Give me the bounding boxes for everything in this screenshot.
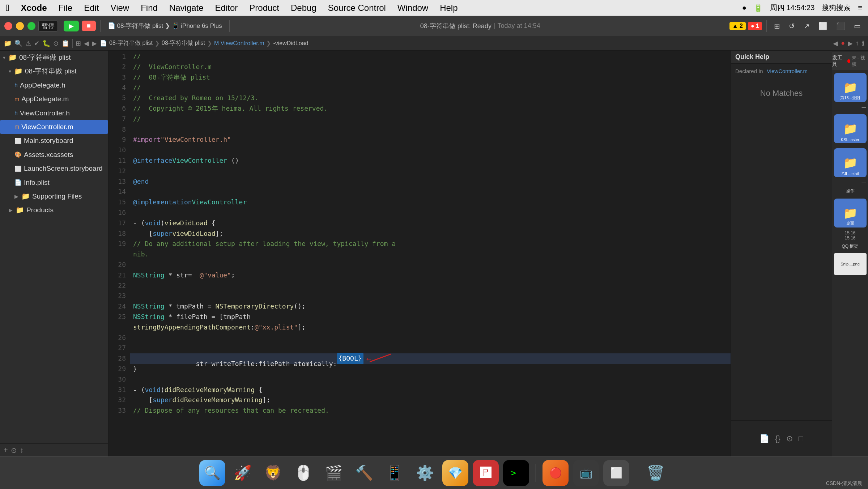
menu-product[interactable]: Product: [249, 3, 279, 13]
dock-magic[interactable]: 🔴: [542, 460, 569, 486]
dock-paw[interactable]: 🅿: [473, 460, 499, 486]
forward-btn[interactable]: ▶: [92, 39, 97, 47]
share-btn[interactable]: ↑: [856, 39, 859, 47]
run-button[interactable]: ▶: [64, 21, 79, 31]
error-badge[interactable]: ● 1: [748, 22, 762, 30]
sidebar-item-launchscreen[interactable]: ⬜ LaunchScreen.storyboard: [0, 162, 108, 175]
code-line-21: NSString * str= @"value";: [130, 270, 731, 281]
debug-btn[interactable]: 🐛: [42, 39, 50, 47]
folder-btn[interactable]: 📁: [4, 39, 12, 47]
warning-badge[interactable]: ▲ 2: [729, 22, 746, 30]
badge-group[interactable]: ▲ 2 ● 1: [729, 22, 762, 30]
menu-edit[interactable]: Edit: [84, 3, 99, 13]
dock-more-1[interactable]: 📺: [573, 460, 599, 486]
layout-btn-5[interactable]: ⬛: [833, 20, 848, 32]
sidebar-item-group[interactable]: ▾ 📁 08-字符串做 plist: [0, 64, 108, 78]
dock-terminal[interactable]: >_: [503, 460, 529, 486]
dock-safari[interactable]: 🦁: [260, 460, 286, 486]
menu-file[interactable]: File: [59, 3, 73, 13]
dock-launchpad[interactable]: 🚀: [230, 460, 256, 486]
sidebar-item-main-storyboard[interactable]: ⬜ Main.storyboard: [0, 134, 108, 148]
sidebar-item-viewcontroller-m[interactable]: m ViewController.m: [0, 120, 108, 134]
sidebar-item-appdelegate-h[interactable]: h AppDelegate.h: [0, 78, 108, 92]
menu-navigate[interactable]: Navigate: [169, 3, 204, 13]
dock-dvd[interactable]: 🎬: [321, 460, 347, 486]
breadcrumb-folder[interactable]: 08-字符串做 plist: [162, 39, 205, 47]
sidebar-item-label: Supporting Files: [32, 191, 82, 202]
grid-btn[interactable]: ⊞: [76, 39, 81, 47]
panel-braces-icon[interactable]: {}: [775, 434, 780, 443]
dock-trash[interactable]: 🗑️: [643, 460, 669, 486]
extra-icons[interactable]: ≡: [858, 4, 862, 12]
prev-issue-btn[interactable]: ◀: [833, 39, 838, 47]
menu-help[interactable]: Help: [440, 3, 458, 13]
layout-btn-2[interactable]: ↺: [786, 20, 798, 32]
sidebar-item-info-plist[interactable]: 📄 Info.plist: [0, 176, 108, 190]
stop-button[interactable]: ■: [82, 21, 96, 31]
sidebar-item-products[interactable]: ▶ 📁 Products: [0, 203, 108, 217]
far-right-title: 发工具: [832, 55, 846, 68]
breadcrumb-project[interactable]: 08-字符串做 plist: [109, 39, 153, 47]
menu-debug[interactable]: Debug: [291, 3, 316, 13]
filter-btn[interactable]: ⊙: [11, 446, 17, 455]
layout-btn-4[interactable]: ⬜: [816, 20, 830, 32]
panel-circle-icon[interactable]: ⊙: [786, 434, 793, 443]
far-right-folder-2[interactable]: 📁 KSI...aster: [834, 114, 867, 143]
sort-btn[interactable]: ↕: [20, 446, 24, 454]
code-content[interactable]: // // ViewController.m // 08-字符串做 plist …: [130, 51, 731, 456]
layout-btn-6[interactable]: ▭: [851, 20, 864, 32]
dock-more-2[interactable]: ⬜: [603, 460, 629, 486]
far-right-folder-3[interactable]: 📁 ZJL...etail: [834, 148, 867, 177]
maximize-button[interactable]: [27, 22, 35, 30]
code-line-24: NSString * tmpPath = NSTemporaryDirector…: [130, 301, 731, 312]
sidebar-item-viewcontroller-h[interactable]: h ViewController.h: [0, 106, 108, 120]
dock-settings[interactable]: ⚙️: [412, 460, 438, 486]
breadcrumb-file[interactable]: M ViewController.m: [214, 40, 264, 47]
dock-xcode-tools[interactable]: 🔨: [351, 460, 377, 486]
dock-iphone[interactable]: 📱: [382, 460, 408, 486]
next-issue-btn[interactable]: ●: [841, 39, 845, 47]
code-editor[interactable]: 1 2 3 4 5 6 7 8 9 10 11 12 13 14 15 16 1: [109, 51, 731, 456]
layout-btn-3[interactable]: ↗: [801, 20, 813, 32]
layout-btn-1[interactable]: ⊞: [771, 20, 783, 32]
far-right-file-item[interactable]: Snip....png: [834, 253, 867, 275]
test-btn[interactable]: ✔: [34, 39, 39, 47]
report-btn[interactable]: 📋: [61, 39, 69, 47]
menu-window[interactable]: Window: [397, 3, 428, 13]
search-btn[interactable]: 🔍: [14, 39, 22, 47]
far-right-folder-1[interactable]: 📁 第13...业图: [834, 73, 867, 102]
code-line-30: [130, 374, 731, 385]
menu-view[interactable]: View: [111, 3, 129, 13]
dock-mouse[interactable]: 🖱️: [290, 460, 316, 486]
close-button[interactable]: [4, 22, 12, 30]
menu-find[interactable]: Find: [141, 3, 158, 13]
apple-menu[interactable]: : [6, 2, 9, 13]
code-line-7: //: [130, 114, 731, 124]
menu-editor[interactable]: Editor: [215, 3, 238, 13]
sidebar-item-root[interactable]: ▾ 📁 08-字符串做 plist: [0, 51, 108, 64]
panel-file-icon[interactable]: 📄: [760, 434, 769, 443]
search-tool[interactable]: 搜狗搜索: [822, 3, 851, 13]
sidebar-item-supporting-files[interactable]: ▶ 📁 Supporting Files: [0, 190, 108, 203]
dock-sketch[interactable]: 💎: [442, 460, 468, 486]
warning-nav-btn[interactable]: ⚠: [25, 39, 31, 47]
storyboard-icon: ⬜: [14, 136, 22, 146]
scheme-selector[interactable]: 📄 08-字符串做 plist ❯ 📱 iPhone 6s Plus: [105, 20, 225, 31]
menu-xcode[interactable]: Xcode: [21, 3, 47, 13]
code-line-16: [130, 208, 731, 218]
quick-help-panel: Quick Help Declared In ViewController.m …: [731, 51, 832, 456]
add-file-btn[interactable]: +: [4, 446, 8, 454]
far-right-folder-desktop[interactable]: 📁 桌面: [834, 199, 867, 228]
back-btn[interactable]: ◀: [84, 39, 89, 47]
minimize-button[interactable]: [16, 22, 24, 30]
toolbar-separator-3: [766, 20, 767, 32]
sidebar-item-assets[interactable]: 🎨 Assets.xcassets: [0, 148, 108, 162]
nav-right-btn[interactable]: ▶: [848, 39, 853, 47]
breakpoint-btn[interactable]: ⊙: [53, 39, 59, 47]
sidebar-item-appdelegate-m[interactable]: m AppDelegate.m: [0, 92, 108, 106]
menu-source-control[interactable]: Source Control: [328, 3, 386, 13]
panel-square-icon[interactable]: □: [799, 434, 803, 443]
breadcrumb-method[interactable]: -viewDidLoad: [273, 40, 308, 47]
dock-finder[interactable]: 🔍: [199, 460, 225, 486]
info-btn[interactable]: ℹ: [862, 39, 864, 47]
